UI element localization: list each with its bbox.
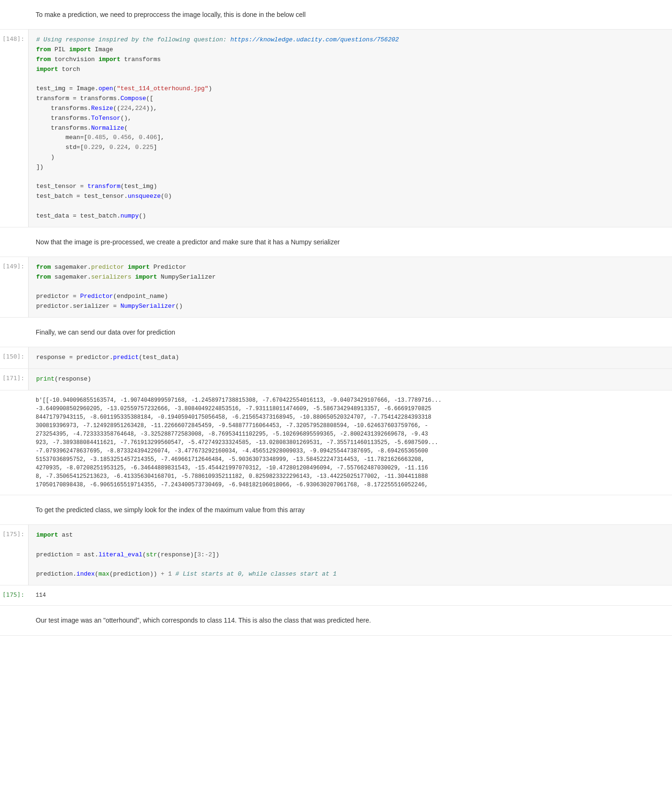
cell-output-175: [175]: 114 <box>0 585 672 606</box>
intro-text: To make a prediction, we need to preproc… <box>36 6 664 23</box>
output-175-text: 114 <box>36 591 664 600</box>
cell-number-md3 <box>0 318 28 347</box>
cell-output-171: b'[[-10.940096855163574, -1.907404899959… <box>0 390 672 495</box>
cell-number-150: [150]: <box>0 347 28 368</box>
cell-content-md3: Finally, we can send our data over for p… <box>28 318 672 347</box>
cell-number-149: [149]: <box>0 257 28 317</box>
cell-md-4: To get the predicted class, we simply lo… <box>0 495 672 525</box>
cell-content-md4: To get the predicted class, we simply lo… <box>28 495 672 524</box>
cell-number-171: [171]: <box>0 369 28 390</box>
cell-171[interactable]: [171]: print(response) <box>0 369 672 390</box>
out175-num: [175]: <box>2 591 24 598</box>
cell-md-3: Finally, we can send our data over for p… <box>0 318 672 347</box>
cell-number-intro <box>0 0 28 29</box>
code-171: print(response) <box>36 374 664 384</box>
cell-number-md5 <box>0 606 28 635</box>
cell-150[interactable]: [150]: response = predictor.predict(test… <box>0 347 672 369</box>
cell-content-148[interactable]: # Using response inspired by the followi… <box>28 30 672 226</box>
md3-text: Finally, we can send our data over for p… <box>36 323 664 341</box>
cell-content-175[interactable]: import ast prediction = ast.literal_eval… <box>28 525 672 585</box>
md4-text: To get the predicted class, we simply lo… <box>36 501 664 519</box>
cell-content-intro: To make a prediction, we need to preproc… <box>28 0 672 29</box>
cell-md-2: Now that the image is pre-processed, we … <box>0 227 672 257</box>
cell-content-149[interactable]: from sagemaker.predictor import Predicto… <box>28 257 672 317</box>
cell-content-out175: 114 <box>28 585 672 605</box>
cell-148[interactable]: [148]: # Using response inspired by the … <box>0 30 672 227</box>
cell-content-out171: b'[[-10.940096855163574, -1.907404899959… <box>28 390 672 495</box>
md5-text: Our test image was an "otterhound", whic… <box>36 611 664 629</box>
cell-content-md2: Now that the image is pre-processed, we … <box>28 227 672 257</box>
cell-149[interactable]: [149]: from sagemaker.predictor import P… <box>0 257 672 318</box>
cell-175[interactable]: [175]: import ast prediction = ast.liter… <box>0 525 672 585</box>
cell-number-148: [148]: <box>0 30 28 226</box>
output-171-text: b'[[-10.940096855163574, -1.907404899959… <box>36 396 664 489</box>
code-149: from sagemaker.predictor import Predicto… <box>36 263 664 312</box>
cell-content-171[interactable]: print(response) <box>28 369 672 390</box>
cell-content-md5: Our test image was an "otterhound", whic… <box>28 606 672 635</box>
cell-intro: To make a prediction, we need to preproc… <box>0 0 672 30</box>
code-175: import ast prediction = ast.literal_eval… <box>36 531 664 579</box>
cell-number-out175: [175]: <box>0 585 28 605</box>
cell-number-md2 <box>0 227 28 257</box>
md2-text: Now that the image is pre-processed, we … <box>36 233 664 251</box>
cell-number-md4 <box>0 495 28 524</box>
cell-number-175: [175]: <box>0 525 28 585</box>
code-148: # Using response inspired by the followi… <box>36 35 664 221</box>
code-150: response = predictor.predict(test_data) <box>36 353 664 363</box>
notebook: To make a prediction, we need to preproc… <box>0 0 672 636</box>
cell-number-out171 <box>0 390 28 495</box>
cell-md-5: Our test image was an "otterhound", whic… <box>0 606 672 635</box>
cell-content-150[interactable]: response = predictor.predict(test_data) <box>28 347 672 368</box>
